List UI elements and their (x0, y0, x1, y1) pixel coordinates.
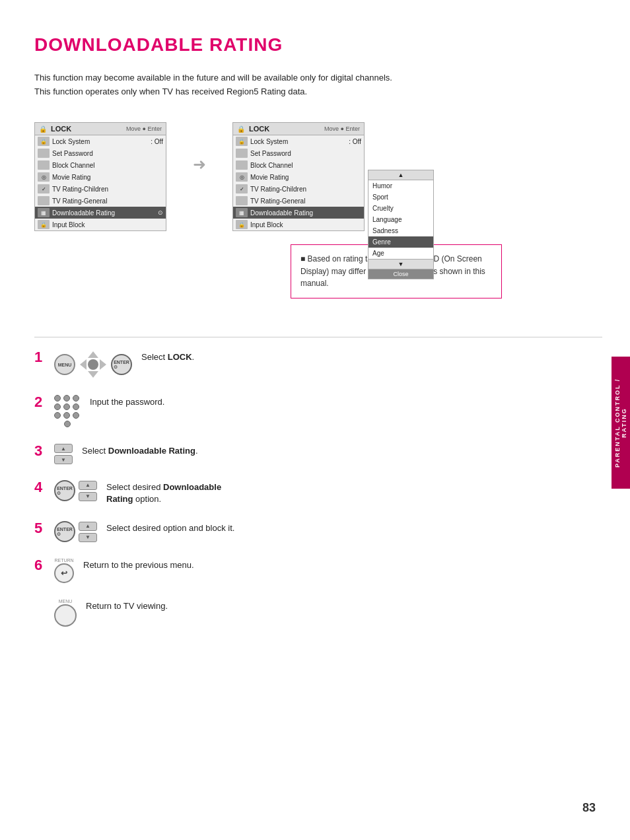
step-2-icons (54, 395, 81, 428)
menu-item-tvgeneral-1: TV Rating-General (35, 195, 166, 207)
numkey-4 (54, 403, 61, 410)
down-btn-step3[interactable]: ▼ (54, 455, 73, 464)
steps-area: 1 MENU ENTER⊙ Select LOCK. 2 (34, 350, 234, 643)
step-7-icons: MENU (54, 599, 77, 627)
step-5-number: 5 (34, 521, 45, 536)
dropdown-item-humor[interactable]: Humor (368, 180, 433, 192)
dropdown-item-language[interactable]: Language (368, 214, 433, 225)
step-1-text: Select LOCK. (141, 351, 194, 363)
dropdown-item-sport[interactable]: Sport (368, 192, 433, 203)
step-6-icons: RETURN ↩ (54, 558, 74, 583)
menu-item-blockchannel-2: Block Channel (233, 159, 364, 171)
updown-step3[interactable]: ▲ ▼ (54, 444, 73, 464)
lock-title-2: LOCK (249, 125, 269, 133)
updown-step5[interactable]: ▲ ▼ (79, 522, 97, 542)
key-icon-row (38, 149, 50, 158)
numkey-0 (64, 421, 71, 427)
lock-menu-2: 🔒 LOCK Move ● Enter 🔒 Lock System: Off S… (232, 122, 365, 231)
numkey-5 (63, 403, 70, 410)
dropdown-list: ▲ Humor Sport Cruelty Language Sadness G… (368, 170, 434, 279)
menu-item-blockchannel-1: Block Channel (35, 159, 166, 171)
enter-button-step1[interactable]: ENTER⊙ (111, 354, 132, 375)
menu-item-tvchildren-2: ✓ TV Rating-Children (233, 183, 364, 195)
menu-item-downloadable-2: ▦ Downloadable Rating (233, 207, 364, 219)
menu-item-inputblock-1: 🔒 Input Block (35, 219, 166, 230)
step-4-text: Select desired DownloadableRating option… (106, 481, 221, 505)
lock-menu-1: 🔒 LOCK Move ● Enter 🔒 Lock System: Off S… (34, 122, 166, 231)
numkey-9 (73, 412, 79, 419)
numkey-7 (54, 412, 61, 419)
check2-icon-row (38, 196, 50, 205)
step-4: 4 ENTER⊙ ▲ ▼ Select desired Downloadable… (34, 480, 234, 505)
step-6: 6 RETURN ↩ Return to the previous menu. (34, 558, 234, 583)
down-btn-step4[interactable]: ▼ (79, 492, 97, 501)
return-circle[interactable]: ↩ (54, 563, 74, 583)
step-3-icons: ▲ ▼ (54, 444, 73, 464)
up-btn-step4[interactable]: ▲ (79, 481, 97, 490)
menu-item-downloadable-1: ▦ Downloadable Rating ⊙ (35, 207, 166, 219)
dropdown-close[interactable]: Close (368, 269, 433, 279)
updown-step4[interactable]: ▲ ▼ (79, 481, 97, 501)
down-btn-step5[interactable]: ▼ (79, 533, 97, 542)
menu-item-inputblock-2: 🔒 Input Block (233, 219, 364, 230)
nav-hint-1: Move ● Enter (126, 125, 162, 132)
step-2-number: 2 (34, 395, 45, 409)
numpad-step2[interactable] (54, 395, 81, 428)
numkey-3 (73, 395, 79, 402)
circle-icon-row: ◎ (38, 172, 50, 182)
up-btn-step5[interactable]: ▲ (79, 522, 97, 531)
lock-icon-row: 🔒 (38, 137, 50, 146)
enter-button-step5[interactable]: ENTER⊙ (54, 521, 75, 542)
dropdown-item-genre[interactable]: Genre (368, 236, 433, 248)
up-btn-step3[interactable]: ▲ (54, 444, 73, 453)
numkey-8 (63, 412, 70, 419)
description: This function may become available in th… (34, 71, 392, 99)
step-4-icons: ENTER⊙ ▲ ▼ (54, 480, 97, 501)
step-5-text: Select desired option and block it. (106, 522, 234, 534)
key-icon-row2 (236, 149, 248, 158)
numkey-1 (54, 395, 61, 402)
dropdown-up-arrow: ▲ (368, 170, 433, 180)
step-3: 3 ▲ ▼ Select Downloadable Rating. (34, 444, 234, 464)
sidebar-tab: PARENTAL CONTROL / RATING (612, 357, 630, 489)
diagram-right: 🔒 LOCK Move ● Enter 🔒 Lock System: Off S… (232, 122, 365, 231)
note-bullet: ■ (300, 254, 305, 263)
dropdown-item-sadness[interactable]: Sadness (368, 225, 433, 236)
step-6-number: 6 (34, 558, 45, 573)
circle-icon-row2: ◎ (236, 172, 248, 182)
menu-item-tvchildren-1: ✓ TV Rating-Children (35, 183, 166, 195)
menu-item-locksystem-1: 🔒 Lock System: Off (35, 135, 166, 147)
step-4-number: 4 (34, 480, 45, 495)
enter-button-step4[interactable]: ENTER⊙ (54, 480, 75, 501)
step-2-text: Input the password. (90, 396, 164, 408)
step-1-icons: MENU ENTER⊙ (54, 350, 132, 379)
dl-icon-row2: ▦ (236, 208, 248, 217)
menu-item-movierating-1: ◎ Movie Rating (35, 171, 166, 183)
lock-icon-2: 🔒 (237, 125, 245, 133)
lock-title-1: LOCK (51, 125, 71, 133)
tv-icon-row2 (236, 160, 248, 170)
step-6-text: Return to the previous menu. (83, 559, 194, 571)
menu-circle-step7[interactable] (54, 604, 77, 627)
lock-icon-1: 🔒 (39, 125, 47, 133)
lock-menu-2-header: 🔒 LOCK Move ● Enter (233, 123, 364, 135)
description-line2: This function operates only when TV has … (34, 85, 392, 99)
step-1: 1 MENU ENTER⊙ Select LOCK. (34, 350, 234, 379)
page-number: 83 (582, 801, 596, 815)
menu-button-step1[interactable]: MENU (54, 354, 75, 375)
menu-btn-step7[interactable]: MENU (54, 599, 77, 627)
dropdown-down-arrow: ▼ (368, 259, 433, 269)
menu-item-tvgeneral-2: TV Rating-General (233, 195, 364, 207)
return-label: RETURN (54, 558, 73, 563)
step-1-number: 1 (34, 350, 45, 365)
menu-label-step7: MENU (59, 599, 73, 604)
step-3-number: 3 (34, 444, 45, 458)
step-5: 5 ENTER⊙ ▲ ▼ Select desired option and b… (34, 521, 234, 542)
check-icon-row: ✓ (38, 184, 50, 193)
dpad-step1[interactable] (79, 350, 108, 379)
page-title: DOWNLOADABLE RATING (34, 34, 283, 55)
menu-item-setpassword-1: Set Password (35, 147, 166, 159)
return-btn-step6[interactable]: RETURN ↩ (54, 558, 74, 583)
dropdown-item-age[interactable]: Age (368, 248, 433, 259)
dropdown-item-cruelty[interactable]: Cruelty (368, 203, 433, 214)
